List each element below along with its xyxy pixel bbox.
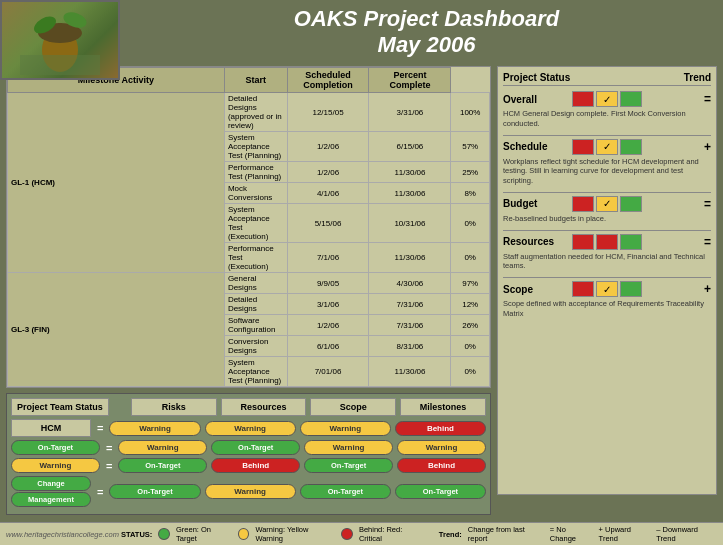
schedule-desc: Workplans reflect tight schedule for HCM…: [503, 157, 711, 186]
footer-website: www.heritagechristiancollege.com: [6, 530, 115, 539]
table-cell: System Acceptance Test (Planning): [224, 132, 287, 162]
technical-eq: =: [104, 460, 114, 472]
table-row: 3/31/06: [369, 93, 451, 132]
financials-risks: Warning: [118, 440, 207, 455]
table-cell: Conversion Designs: [224, 336, 287, 357]
changemgmt-name2: Management: [11, 492, 91, 507]
trend-upward: + Upward Trend: [599, 525, 651, 543]
project-status-title: Project Status: [503, 72, 570, 83]
trend-footer-label: Trend:: [439, 530, 462, 539]
table-cell: 7/01/06: [287, 357, 369, 387]
header-image: [0, 0, 120, 80]
table-cell: 7/31/06: [369, 294, 451, 315]
col-header-scheduled: Scheduled Completion: [287, 68, 369, 93]
sb-green-scope: [620, 281, 642, 297]
status-label: STATUS:: [121, 530, 152, 539]
svg-rect-5: [20, 55, 100, 75]
sb-check-overall: ✓: [596, 91, 618, 107]
ts-col-risks: Risks: [131, 398, 217, 416]
table-cell: System Acceptance Test (Planning): [224, 357, 287, 387]
team-name-hcm: HCM: [11, 419, 91, 437]
budget-status-bar: ✓: [572, 196, 642, 212]
sb-green-budget: [620, 196, 642, 212]
ts-col-resources: Resources: [221, 398, 307, 416]
hcm-eq: =: [95, 422, 105, 434]
status-dot-green: [158, 528, 170, 540]
table-cell: Mock Conversions: [224, 183, 287, 204]
scope-trend: +: [704, 282, 711, 296]
ps-section-scope: Scope ✓ + Scope defined with acceptance …: [503, 281, 711, 319]
table-cell: 1/2/06: [287, 132, 369, 162]
table-cell: 4/1/06: [287, 183, 369, 204]
hcm-milestones: Behind: [395, 421, 486, 436]
sb-check-budget: ✓: [596, 196, 618, 212]
group-row-gl1: GL-1 (HCM) Detailed Designs (approved or…: [8, 93, 490, 132]
col-header-pct: Percent Complete: [369, 68, 451, 93]
table-cell: System Acceptance Test (Execution): [224, 204, 287, 243]
sb-red-scope: [572, 281, 594, 297]
changemgmt-risks: On-Target: [109, 484, 200, 499]
group-label-gl1: GL-1 (HCM): [8, 93, 225, 273]
status-green-label: Green: On Target: [176, 525, 232, 543]
table-cell: 0%: [451, 357, 490, 387]
sb-red-resources: [572, 234, 594, 250]
sb-green-schedule: [620, 139, 642, 155]
ps-section-budget: Budget ✓ = Re-baselined budgets in place…: [503, 196, 711, 224]
divider-1: [503, 135, 711, 136]
table-cell: Performance Test (Planning): [224, 162, 287, 183]
technical-risks: On-Target: [118, 458, 207, 473]
table-cell: 8/31/06: [369, 336, 451, 357]
sb-check-scope: ✓: [596, 281, 618, 297]
scope-desc: Scope defined with acceptance of Require…: [503, 299, 711, 319]
table-cell: 11/30/06: [369, 243, 451, 273]
ts-col-scope: Scope: [310, 398, 396, 416]
table-cell: Software Configuration: [224, 315, 287, 336]
sb-green-resources: [620, 234, 642, 250]
team-row-hcm: HCM = Warning Warning Warning Behind: [11, 419, 486, 437]
changemgmt-eq: =: [95, 486, 105, 498]
table-cell: 26%: [451, 315, 490, 336]
divider-4: [503, 277, 711, 278]
trend-footer-desc: Change from last report: [468, 525, 544, 543]
milestone-table: Milestone Activity Start Scheduled Compl…: [6, 66, 491, 388]
divider-2: [503, 192, 711, 193]
financials-scope: Warning: [304, 440, 393, 455]
ps-label-overall: Overall: [503, 94, 568, 105]
table-cell: 3/1/06: [287, 294, 369, 315]
hcm-resources: Warning: [205, 421, 296, 436]
ps-label-budget: Budget: [503, 198, 568, 209]
ps-section-resources: Resources = Staff augmentation needed fo…: [503, 234, 711, 272]
sb-red-budget: [572, 196, 594, 212]
table-cell: 10/31/06: [369, 204, 451, 243]
table-cell: 1/2/06: [287, 162, 369, 183]
hcm-risks: Warning: [109, 421, 200, 436]
overall-status-bar: ✓: [572, 91, 642, 107]
table-row: 12/15/05: [287, 93, 369, 132]
table-cell: 8%: [451, 183, 490, 204]
financials-milestones: Warning: [397, 440, 486, 455]
table-cell: 9/9/05: [287, 273, 369, 294]
status-red-label: Behind: Red: Critical: [359, 525, 425, 543]
table-cell: 1/2/06: [287, 315, 369, 336]
trend-no-change: = No Change: [550, 525, 593, 543]
ps-row-overall: Overall ✓ =: [503, 91, 711, 107]
svg-rect-2: [58, 23, 62, 31]
team-status-headers: Project Team Status Risks Resources Scop…: [11, 398, 486, 416]
table-cell: 6/15/06: [369, 132, 451, 162]
team-row-change-mgmt: Change Management = On-Target Warning On…: [11, 476, 486, 507]
ps-section-schedule: Schedule ✓ + Workplans reflect tight sch…: [503, 139, 711, 186]
table-cell: Performance Test (Execution): [224, 243, 287, 273]
ts-col-project: Project Team Status: [11, 398, 109, 416]
table-cell: 11/30/06: [369, 162, 451, 183]
team-row-financials: On-Target = Warning On-Target Warning Wa…: [11, 440, 486, 455]
project-status-header: Project Status Trend: [503, 72, 711, 86]
table-cell: 5/15/06: [287, 204, 369, 243]
col-header-start: Start: [224, 68, 287, 93]
financials-eq: =: [104, 442, 114, 454]
table-cell: 25%: [451, 162, 490, 183]
table-cell: General Designs: [224, 273, 287, 294]
technical-milestones: Behind: [397, 458, 486, 473]
table-cell: 97%: [451, 273, 490, 294]
table-cell: Detailed Designs: [224, 294, 287, 315]
resources-desc: Staff augmentation needed for HCM, Finan…: [503, 252, 711, 272]
